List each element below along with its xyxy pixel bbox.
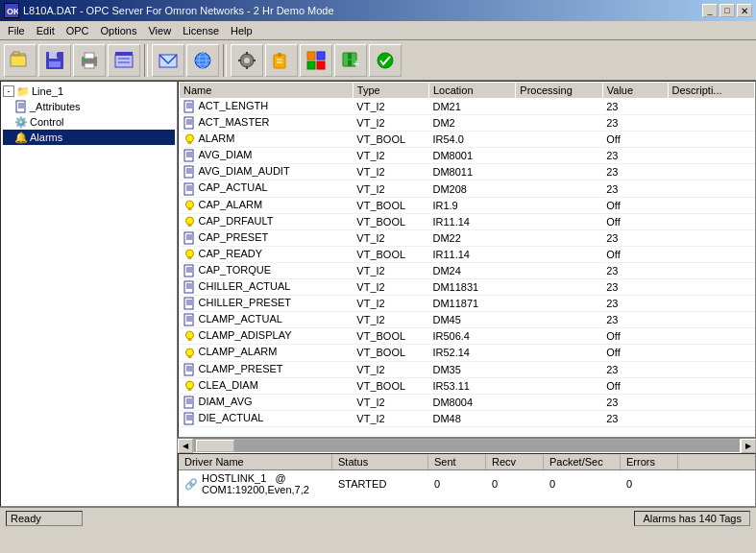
table-row[interactable]: CAP_ALARMVT_BOOLIR1.9Off <box>180 197 755 213</box>
toolbar-btn-check[interactable] <box>369 44 402 77</box>
cell-type: VT_I2 <box>353 296 428 312</box>
col-value[interactable]: Value <box>602 83 668 99</box>
table-row[interactable]: CAP_READYVT_BOOLIR11.14Off <box>180 246 755 262</box>
cell-value: 23 <box>602 229 668 246</box>
cell-name: DIAM_AVG <box>180 394 354 410</box>
svg-rect-33 <box>307 52 315 60</box>
cell-description <box>668 246 754 262</box>
title-bar-left: OK L810A.DAT - OPC Server For Omron Netw… <box>4 3 334 18</box>
toolbar-separator-1 <box>144 44 148 77</box>
table-row[interactable]: CLEA_DIAMVT_BOOLIR53.11Off <box>180 377 755 394</box>
table-row[interactable]: CLAMP_PRESETVT_I2DM3523 <box>180 361 755 377</box>
table-row[interactable]: CLAMP_ACTUALVT_I2DM4523 <box>180 312 755 328</box>
table-row[interactable]: DIE_ACTUALVT_I2DM4823 <box>180 410 755 426</box>
svg-point-76 <box>185 250 193 257</box>
menu-item-edit[interactable]: Edit <box>31 23 61 38</box>
svg-rect-90 <box>184 314 193 325</box>
menu-item-view[interactable]: View <box>142 23 177 38</box>
table-row[interactable]: CAP_ACTUALVT_I2DM20823 <box>180 180 755 197</box>
cell-type: VT_I2 <box>353 148 428 164</box>
tree-label-line1: Line_1 <box>32 85 63 97</box>
svg-rect-3 <box>11 56 26 66</box>
table-row[interactable]: CHILLER_PRESETVT_I2DM1187123 <box>180 296 755 312</box>
table-row[interactable]: CAP_DRFAULTVT_BOOLIR11.14Off <box>180 213 755 229</box>
toolbar-btn-add[interactable]: + <box>334 44 367 77</box>
svg-rect-78 <box>184 265 193 276</box>
scroll-thumb[interactable] <box>196 440 234 452</box>
table-row[interactable]: CHILLER_ACTUALVT_I2DM1183123 <box>180 279 755 296</box>
driver-panel: Driver Name Status Sent Recv Packet/Sec … <box>178 453 756 507</box>
driver-status: STARTED <box>332 476 428 492</box>
table-row[interactable]: ACT_MASTERVT_I2DM223 <box>180 115 755 132</box>
toolbar-btn-globe[interactable] <box>186 44 219 77</box>
svg-rect-28 <box>253 60 256 61</box>
table-row[interactable]: ALARMVT_BOOLIR54.0Off <box>180 132 755 148</box>
toolbar-btn-save[interactable] <box>38 44 71 77</box>
driver-col-errors: Errors <box>621 454 678 469</box>
tree-item-attributes[interactable]: _Attributes <box>3 99 175 114</box>
col-processing[interactable]: Processing <box>516 83 602 99</box>
data-table-container[interactable]: Name Type Location Processing Value Desc… <box>178 81 756 438</box>
svg-point-68 <box>185 201 193 208</box>
cell-name: AVG_DIAM_AUDIT <box>180 164 354 180</box>
svg-rect-71 <box>187 224 191 227</box>
cell-value: Off <box>602 197 668 213</box>
col-type[interactable]: Type <box>353 83 428 99</box>
cell-name: CAP_ACTUAL <box>180 180 354 197</box>
table-row[interactable]: CLAMP_ADISPLAYVT_BOOLIR506.4Off <box>180 328 755 345</box>
menu-item-opc[interactable]: OPC <box>61 23 95 38</box>
cell-value: 23 <box>602 394 668 410</box>
toolbar-btn-settings[interactable] <box>231 44 263 77</box>
table-row[interactable]: CAP_TORQUEVT_I2DM2423 <box>180 262 755 278</box>
menu-item-help[interactable]: Help <box>225 23 258 38</box>
tree-item-line1[interactable]: - 📁 Line_1 <box>3 84 175 99</box>
tree-label-attributes: _Attributes <box>30 101 81 112</box>
cell-description <box>668 99 754 115</box>
driver-icon-cell: 🔗 HOSTLINK_1 @ COM1:19200,Even,7,2 <box>179 470 332 497</box>
col-name[interactable]: Name <box>180 83 354 99</box>
close-button[interactable]: ✕ <box>737 4 752 17</box>
driver-errors: 0 <box>621 476 678 492</box>
driver-sent: 0 <box>428 476 486 492</box>
toolbar-btn-open[interactable] <box>4 44 37 77</box>
tree-item-alarms[interactable]: 🔔 Alarms <box>3 130 175 145</box>
title-text: L810A.DAT - OPC Server For Omron Network… <box>23 5 334 16</box>
table-row[interactable]: AVG_DIAM_AUDITVT_I2DM801123 <box>180 164 755 180</box>
col-location[interactable]: Location <box>428 83 515 99</box>
cell-processing <box>516 132 602 148</box>
cell-location: DM22 <box>428 229 515 246</box>
minimize-button[interactable]: _ <box>702 4 718 17</box>
svg-rect-86 <box>184 298 193 309</box>
cell-location: DM48 <box>428 410 515 426</box>
tree-item-control[interactable]: ⚙️ Control <box>3 114 175 130</box>
menu-item-license[interactable]: License <box>177 23 225 38</box>
toolbar-btn-config[interactable] <box>108 44 140 77</box>
cell-type: VT_I2 <box>353 115 428 132</box>
maximize-button[interactable]: □ <box>719 4 735 17</box>
menu-item-options[interactable]: Options <box>95 23 143 38</box>
cell-value: 23 <box>602 180 668 197</box>
scroll-right-btn[interactable]: ▶ <box>741 439 756 453</box>
cell-description <box>668 296 754 312</box>
svg-rect-97 <box>187 355 191 358</box>
toolbar-btn-tag[interactable] <box>265 44 298 77</box>
toolbar-btn-mail[interactable] <box>152 44 184 77</box>
toolbar-btn-print[interactable] <box>73 44 106 77</box>
cell-type: VT_BOOL <box>353 132 428 148</box>
toolbar-btn-boxes[interactable] <box>300 44 332 77</box>
table-row[interactable]: CLAMP_ALARMVT_BOOLIR52.14Off <box>180 345 755 361</box>
table-row[interactable]: DIAM_AVGVT_I2DM800423 <box>180 394 755 410</box>
scroll-track <box>193 439 741 453</box>
scroll-left-btn[interactable]: ◀ <box>178 439 193 453</box>
col-description[interactable]: Descripti... <box>668 83 754 99</box>
cell-processing <box>516 279 602 296</box>
cell-type: VT_I2 <box>353 394 428 410</box>
table-row[interactable]: AVG_DIAMVT_I2DM800123 <box>180 148 755 164</box>
horizontal-scrollbar[interactable]: ◀ ▶ <box>178 438 756 453</box>
svg-rect-8 <box>57 53 59 58</box>
table-row[interactable]: ACT_LENGTHVT_I2DM2123 <box>180 99 755 115</box>
tree-expand-line1[interactable]: - <box>3 85 14 97</box>
table-row[interactable]: CAP_PRESETVT_I2DM2223 <box>180 229 755 246</box>
menu-item-file[interactable]: File <box>2 23 31 38</box>
cell-name: CAP_READY <box>180 246 354 262</box>
